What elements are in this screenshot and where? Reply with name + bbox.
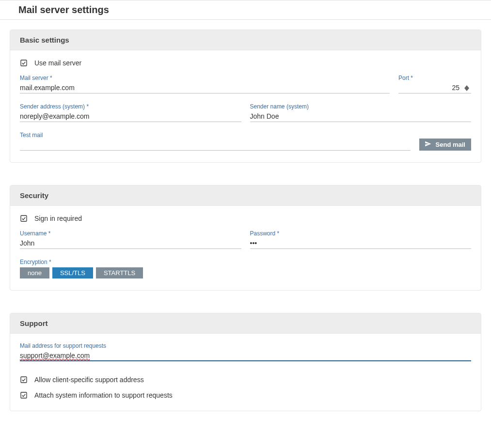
username-input[interactable] — [20, 238, 241, 249]
checkbox-checked-icon[interactable] — [20, 59, 28, 67]
encryption-option-starttls[interactable]: STARTTLS — [96, 267, 143, 278]
support-header: Support — [10, 313, 481, 334]
mail-server-label: Mail server — [20, 75, 390, 81]
port-label: Port — [398, 75, 471, 81]
basic-settings-header: Basic settings — [10, 30, 481, 50]
test-mail-label: Test mail — [20, 132, 411, 139]
sender-address-input[interactable] — [20, 111, 241, 122]
page-header: Mail server settings — [0, 0, 491, 20]
sign-in-required-label: Sign in required — [34, 215, 82, 222]
security-title: Security — [20, 191, 471, 200]
svg-rect-3 — [21, 392, 27, 398]
send-mail-label: Send mail — [436, 141, 465, 148]
mail-server-input[interactable] — [20, 82, 390, 93]
support-title: Support — [20, 319, 471, 327]
encryption-toggle-group: none SSL/TLS STARTTLS — [20, 267, 471, 278]
allow-client-specific-label: Allow client-specific support address — [34, 376, 144, 384]
encryption-label: Encryption — [20, 259, 471, 265]
sender-address-label: Sender address (system) — [20, 103, 241, 110]
checkbox-checked-icon[interactable] — [20, 376, 28, 384]
svg-rect-0 — [21, 60, 27, 66]
support-mail-input[interactable]: support@example.com — [20, 350, 471, 361]
support-panel: Support Mail address for support request… — [10, 313, 481, 411]
username-label: Username — [20, 230, 241, 237]
password-input[interactable] — [250, 238, 472, 249]
password-label: Password — [250, 230, 472, 237]
support-mail-label: Mail address for support requests — [20, 342, 471, 349]
basic-settings-panel: Basic settings Use mail server Mail serv… — [10, 30, 481, 163]
security-header: Security — [10, 185, 481, 206]
attach-system-info-label: Attach system information to support req… — [34, 391, 173, 399]
svg-rect-1 — [21, 216, 27, 221]
encryption-option-none[interactable]: none — [20, 267, 49, 278]
sender-name-label: Sender name (system) — [250, 103, 472, 110]
page-title: Mail server settings — [18, 4, 491, 15]
use-mail-server-label: Use mail server — [34, 59, 81, 67]
checkbox-checked-icon[interactable] — [20, 215, 28, 222]
port-input[interactable] — [398, 82, 471, 93]
test-mail-input[interactable] — [20, 139, 411, 151]
svg-rect-2 — [21, 377, 27, 383]
sender-name-input[interactable] — [250, 111, 472, 122]
checkbox-checked-icon[interactable] — [20, 391, 28, 399]
paper-plane-icon — [424, 140, 432, 149]
security-panel: Security Sign in required Username — [10, 185, 481, 291]
support-mail-value: support@example.com — [20, 352, 90, 359]
chevron-down-icon[interactable] — [464, 88, 471, 91]
encryption-option-ssl-tls[interactable]: SSL/TLS — [52, 267, 93, 278]
send-mail-button[interactable]: Send mail — [419, 139, 471, 151]
port-stepper[interactable] — [464, 85, 471, 91]
basic-settings-title: Basic settings — [20, 36, 471, 44]
